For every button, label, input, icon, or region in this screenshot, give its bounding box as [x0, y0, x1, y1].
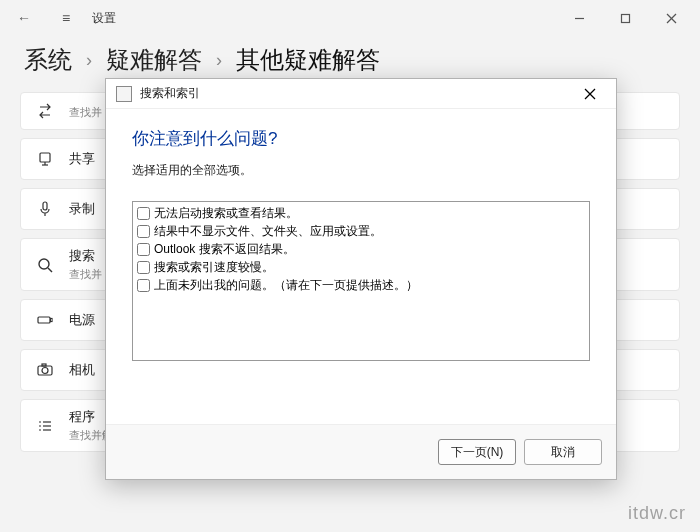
- dialog-icon: [116, 86, 132, 102]
- option-label: 上面未列出我的问题。（请在下一页提供描述。）: [154, 276, 418, 294]
- watermark: itdw.cr: [628, 503, 686, 524]
- minimize-button[interactable]: [556, 0, 602, 36]
- option-checkbox[interactable]: [137, 225, 150, 238]
- battery-icon: [35, 310, 55, 330]
- back-button[interactable]: ←: [6, 0, 42, 36]
- list-item-label: 电源: [69, 311, 95, 329]
- dialog-title: 搜索和索引: [140, 85, 200, 102]
- list-item-label: 搜索: [69, 247, 102, 265]
- next-button[interactable]: 下一页(N): [438, 439, 516, 465]
- option-checkbox[interactable]: [137, 207, 150, 220]
- option-checkbox[interactable]: [137, 261, 150, 274]
- breadcrumb-level1[interactable]: 系统: [24, 44, 72, 76]
- camera-icon: [35, 360, 55, 380]
- dialog-footer: 下一页(N) 取消: [106, 424, 616, 479]
- breadcrumb-level2[interactable]: 疑难解答: [106, 44, 202, 76]
- list-item-label: 共享: [69, 150, 95, 168]
- chevron-right-icon: ›: [86, 50, 92, 71]
- svg-point-8: [39, 259, 49, 269]
- chevron-right-icon: ›: [216, 50, 222, 71]
- list-item-label: 相机: [69, 361, 95, 379]
- menu-button[interactable]: ≡: [48, 0, 84, 36]
- svg-line-9: [48, 268, 52, 272]
- dialog-heading: 你注意到什么问题?: [132, 127, 590, 150]
- close-button[interactable]: [648, 0, 694, 36]
- arrows-icon: [35, 101, 55, 121]
- list-item-label: 录制: [69, 200, 95, 218]
- dialog-titlebar: 搜索和索引: [106, 79, 616, 109]
- cancel-button[interactable]: 取消: [524, 439, 602, 465]
- option-row[interactable]: 结果中不显示文件、文件夹、应用或设置。: [137, 222, 585, 240]
- window-titlebar: ← ≡ 设置: [0, 0, 700, 36]
- svg-rect-10: [38, 317, 50, 323]
- options-listbox: 无法启动搜索或查看结果。 结果中不显示文件、文件夹、应用或设置。 Outlook…: [132, 201, 590, 361]
- option-row[interactable]: 无法启动搜索或查看结果。: [137, 204, 585, 222]
- app-title: 设置: [92, 10, 116, 27]
- option-row[interactable]: 搜索或索引速度较慢。: [137, 258, 585, 276]
- list-icon: [35, 416, 55, 436]
- svg-rect-14: [42, 364, 46, 366]
- option-row[interactable]: 上面未列出我的问题。（请在下一页提供描述。）: [137, 276, 585, 294]
- option-label: 无法启动搜索或查看结果。: [154, 204, 298, 222]
- list-item-desc: 查找并: [69, 105, 102, 120]
- option-label: 结果中不显示文件、文件夹、应用或设置。: [154, 222, 382, 240]
- option-row[interactable]: Outlook 搜索不返回结果。: [137, 240, 585, 258]
- search-icon: [35, 255, 55, 275]
- option-checkbox[interactable]: [137, 279, 150, 292]
- share-icon: [35, 149, 55, 169]
- mic-icon: [35, 199, 55, 219]
- svg-rect-7: [43, 202, 47, 210]
- troubleshooter-dialog: 搜索和索引 你注意到什么问题? 选择适用的全部选项。 无法启动搜索或查看结果。 …: [105, 78, 617, 480]
- svg-rect-1: [621, 14, 629, 22]
- option-checkbox[interactable]: [137, 243, 150, 256]
- option-label: 搜索或索引速度较慢。: [154, 258, 274, 276]
- option-label: Outlook 搜索不返回结果。: [154, 240, 295, 258]
- dialog-close-button[interactable]: [570, 80, 610, 108]
- dialog-subtext: 选择适用的全部选项。: [132, 162, 590, 179]
- list-item-desc: 查找并: [69, 267, 102, 282]
- svg-rect-11: [51, 319, 53, 322]
- svg-point-13: [42, 368, 48, 374]
- svg-rect-4: [40, 153, 50, 162]
- maximize-button[interactable]: [602, 0, 648, 36]
- breadcrumb-level3: 其他疑难解答: [236, 44, 380, 76]
